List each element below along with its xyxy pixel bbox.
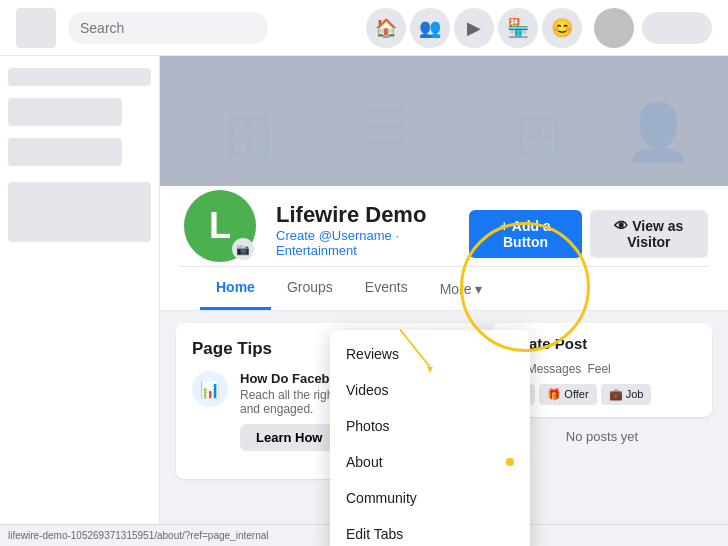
profile-name: Lifewire Demo	[276, 202, 453, 228]
profile-info: Lifewire Demo Create @Username · Enterta…	[276, 202, 453, 266]
dropdown-reviews[interactable]: Reviews	[330, 336, 530, 372]
profile-avatar: L 📷	[180, 186, 260, 266]
photos-label: Photos	[346, 418, 390, 434]
marketplace-nav-icon[interactable]: 🏪	[498, 8, 538, 48]
dropdown-menu: Reviews Videos Photos About Community Ed…	[330, 330, 530, 546]
sidebar-btn-store[interactable]	[8, 98, 122, 126]
nav-icons: 🏠 👥 ▶ 🏪 😊	[366, 8, 712, 48]
sidebar-stub-1	[8, 68, 151, 86]
dropdown-community[interactable]: Community	[330, 480, 530, 516]
view-as-visitor-button[interactable]: 👁 View as Visitor	[590, 210, 708, 258]
profile-buttons: + Add a Button 👁 View as Visitor	[469, 210, 708, 266]
profile-top: L 📷 Lifewire Demo Create @Username · Ent…	[180, 186, 708, 266]
facebook-logo	[16, 8, 56, 48]
reviews-label: Reviews	[346, 346, 399, 362]
svg-text:⊞: ⊞	[514, 102, 564, 169]
community-label: Community	[346, 490, 417, 506]
left-sidebar	[0, 56, 160, 524]
learn-how-button[interactable]: Learn How	[240, 424, 338, 451]
create-post-row1: Get Messages Feel	[504, 362, 700, 376]
tab-home[interactable]: Home	[200, 267, 271, 310]
offer-action[interactable]: 🎁 Offer	[539, 384, 596, 405]
job-action[interactable]: 💼 Job	[601, 384, 652, 405]
tip-bar-icon: 📊	[192, 371, 228, 407]
nav-name-badge	[642, 12, 712, 44]
watch-nav-icon[interactable]: ▶	[454, 8, 494, 48]
dropdown-edit-tabs[interactable]: Edit Tabs	[330, 516, 530, 546]
sidebar-btn-tools[interactable]	[8, 138, 122, 166]
status-url: lifewire-demo-105269371315951/about/?ref…	[8, 530, 268, 541]
avatar-initial: L	[209, 205, 231, 247]
svg-text:⊞: ⊞	[224, 102, 274, 169]
dropdown-videos[interactable]: Videos	[330, 372, 530, 408]
create-post-actions: ent 🎁 Offer 💼 Job	[504, 384, 700, 405]
top-nav: 🏠 👥 ▶ 🏪 😊	[0, 0, 728, 56]
tab-more[interactable]: More ▾	[424, 269, 499, 309]
about-label: About	[346, 454, 383, 470]
avatar	[594, 8, 634, 48]
tab-events[interactable]: Events	[349, 267, 424, 310]
profile-section: L 📷 Lifewire Demo Create @Username · Ent…	[160, 186, 728, 311]
svg-text:👤: 👤	[624, 100, 693, 165]
page-wrapper: 🏠 👥 ▶ 🏪 😊 ⊞ ☰ ⊞ 👤	[0, 0, 728, 546]
friends-nav-icon[interactable]: 👥	[410, 8, 450, 48]
sidebar-promo	[8, 182, 151, 242]
create-post-title: Create Post	[504, 335, 700, 352]
home-nav-icon[interactable]: 🏠	[366, 8, 406, 48]
page-nav: Home Groups Events More ▾	[180, 266, 708, 310]
svg-text:☰: ☰	[364, 101, 409, 157]
videos-label: Videos	[346, 382, 389, 398]
edit-tabs-label: Edit Tabs	[346, 526, 403, 542]
profile-sub: Create @Username · Entertainment	[276, 228, 453, 258]
dropdown-photos[interactable]: Photos	[330, 408, 530, 444]
add-button[interactable]: + Add a Button	[469, 210, 582, 258]
search-input[interactable]	[68, 12, 268, 44]
tab-groups[interactable]: Groups	[271, 267, 349, 310]
feel-label: Feel	[587, 362, 610, 376]
camera-icon[interactable]: 📷	[232, 238, 254, 260]
account-nav-icon[interactable]: 😊	[542, 8, 582, 48]
active-dot	[506, 458, 514, 466]
dropdown-about[interactable]: About	[330, 444, 530, 480]
